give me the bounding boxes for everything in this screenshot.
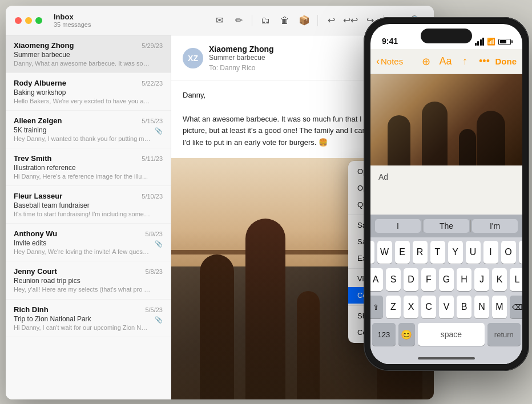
- compose-icon[interactable]: ✏: [230, 12, 247, 29]
- minimize-button[interactable]: [25, 17, 32, 24]
- add-checklist-icon[interactable]: ⊕: [418, 53, 435, 70]
- sender-name: Rody Albuerne: [14, 79, 66, 87]
- email-subject: Summer barbecue: [14, 51, 163, 59]
- key-l[interactable]: L: [510, 268, 522, 291]
- reply-icon[interactable]: ↩: [323, 12, 340, 29]
- dynamic-island: [421, 29, 472, 43]
- key-i[interactable]: I: [483, 241, 498, 264]
- delete-icon[interactable]: 🗑: [276, 12, 293, 29]
- inbox-title: Inbox: [54, 13, 91, 21]
- signal-icon: [475, 38, 485, 46]
- list-item[interactable]: Xiaomeng Zhong 5/29/23 Summer barbecue D…: [6, 35, 171, 73]
- more-options-icon[interactable]: •••: [476, 53, 493, 70]
- attachment-icon: 📎: [155, 127, 163, 135]
- iphone-frame: 9:41 📶 ‹ Notes ⊕ Aa: [364, 17, 529, 371]
- suggestion-1[interactable]: I: [375, 219, 421, 233]
- shift-key[interactable]: ⇧: [370, 296, 383, 318]
- email-preview: Hi Danny, Here's a reference image for t…: [14, 173, 151, 180]
- kbd-row-1: Q W E R T Y U I O P: [372, 241, 521, 264]
- email-date: 5/8/23: [145, 268, 163, 275]
- notes-image: [370, 74, 522, 165]
- to-recipient: Danny Rico: [220, 64, 255, 72]
- email-date: 5/10/23: [142, 193, 163, 200]
- email-preview: Hello Bakers, We're very excited to have…: [14, 98, 151, 104]
- keyboard-rows: Q W E R T Y U I O P A S D F G: [370, 237, 522, 353]
- email-subject: Illustration reference: [14, 164, 163, 172]
- sender-name: Jenny Court: [14, 267, 57, 276]
- key-w[interactable]: W: [377, 241, 392, 264]
- detail-sender-name: Xiaomeng Zhong: [209, 45, 274, 54]
- list-item[interactable]: Rich Dinh 5/5/23 Trip to Zion National P…: [6, 300, 171, 337]
- kbd-row-2: A S D F G H J K L: [372, 268, 521, 291]
- archive-icon[interactable]: 📦: [296, 12, 313, 29]
- format-icon[interactable]: Aa: [437, 53, 454, 70]
- list-item[interactable]: Rody Albuerne 5/22/23 Baking workshop He…: [6, 73, 171, 111]
- key-z[interactable]: Z: [386, 296, 401, 318]
- key-q[interactable]: Q: [370, 241, 374, 264]
- email-preview: It's time to start fundraising! I'm incl…: [14, 211, 151, 217]
- close-button[interactable]: [15, 17, 22, 24]
- list-item[interactable]: Trev Smith 5/11/23 Illustration referenc…: [6, 148, 171, 186]
- key-a[interactable]: A: [370, 268, 383, 291]
- key-y[interactable]: Y: [448, 241, 463, 264]
- key-b[interactable]: B: [457, 296, 471, 318]
- key-v[interactable]: V: [439, 296, 454, 318]
- kbd-row-4: 123 😊 space return: [372, 323, 521, 346]
- key-m[interactable]: M: [492, 296, 507, 318]
- mail-sidebar: Xiaomeng Zhong 5/29/23 Summer barbecue D…: [6, 35, 171, 399]
- sender-name: Xiaomeng Zhong: [14, 41, 74, 50]
- space-key[interactable]: space: [418, 323, 485, 346]
- notes-back-label: Notes: [381, 56, 403, 66]
- key-j[interactable]: J: [474, 268, 489, 291]
- share-icon[interactable]: ↑: [457, 53, 474, 70]
- email-date: 5/15/23: [142, 118, 163, 124]
- notes-done-button[interactable]: Done: [495, 56, 517, 66]
- detail-to: To: Danny Rico: [209, 64, 255, 72]
- wifi-icon: 📶: [487, 38, 495, 46]
- key-n[interactable]: N: [474, 296, 489, 318]
- list-item[interactable]: Fleur Lasseur 5/10/23 Baseball team fund…: [6, 186, 171, 224]
- battery-icon: [498, 39, 511, 45]
- key-g[interactable]: G: [439, 268, 454, 291]
- return-key[interactable]: return: [487, 323, 521, 346]
- email-date: 5/29/23: [142, 42, 163, 49]
- key-h[interactable]: H: [457, 268, 471, 291]
- suggestion-divider: [422, 220, 422, 232]
- list-item[interactable]: Jenny Court 5/8/23 Reunion road trip pic…: [6, 261, 171, 300]
- key-o[interactable]: O: [501, 241, 516, 264]
- key-s[interactable]: S: [386, 268, 401, 291]
- kbd-row-3: ⇧ Z X C V B N M ⌫: [372, 296, 521, 318]
- key-x[interactable]: X: [404, 296, 418, 318]
- notes-back-button[interactable]: ‹ Notes: [376, 55, 403, 67]
- fullscreen-button[interactable]: [35, 17, 42, 24]
- email-preview: Hey Danny, We're loving the invite! A fe…: [14, 248, 151, 255]
- suggestion-3[interactable]: I'm: [472, 219, 518, 233]
- traffic-lights: [15, 17, 42, 24]
- reply-all-icon[interactable]: ↩↩: [342, 12, 359, 29]
- sender-name: Fleur Lasseur: [14, 192, 62, 200]
- key-f[interactable]: F: [421, 268, 436, 291]
- list-item[interactable]: Anthony Wu 5/9/23 Invite edits 📎 Hey Dan…: [6, 224, 171, 261]
- suggestion-2[interactable]: The: [424, 219, 469, 233]
- email-subject: 5K training: [14, 126, 46, 134]
- key-k[interactable]: K: [492, 268, 507, 291]
- key-e[interactable]: E: [395, 241, 410, 264]
- move-trash-icon[interactable]: 🗂: [257, 12, 274, 29]
- list-item[interactable]: Aileen Zeigen 5/15/23 5K training 📎 Hey …: [6, 111, 171, 148]
- toolbar-sep-2: [317, 15, 318, 26]
- emoji-key[interactable]: 😊: [398, 323, 415, 346]
- key-p[interactable]: P: [519, 241, 523, 264]
- key-t[interactable]: T: [430, 241, 445, 264]
- numbers-key[interactable]: 123: [372, 323, 396, 346]
- key-d[interactable]: D: [404, 268, 418, 291]
- key-r[interactable]: R: [413, 241, 428, 264]
- suggestion-divider: [470, 220, 471, 232]
- new-message-icon[interactable]: ✉: [211, 12, 228, 29]
- home-bar: [418, 357, 475, 359]
- email-preview: Hey Danny, I wanted to thank you for put…: [14, 135, 151, 142]
- key-u[interactable]: U: [466, 241, 481, 264]
- delete-key[interactable]: ⌫: [510, 296, 522, 318]
- sender-name: Trev Smith: [14, 154, 51, 163]
- email-preview: Hi Danny, I can't wait for our upcoming …: [14, 324, 151, 331]
- key-c[interactable]: C: [421, 296, 436, 318]
